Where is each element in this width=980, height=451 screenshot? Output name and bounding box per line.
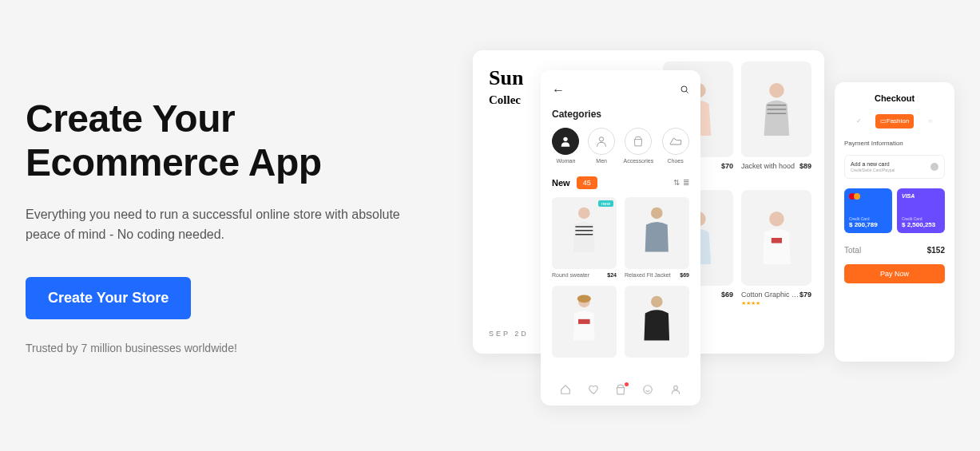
new-count-badge: 45 [577,176,597,189]
product-card[interactable]: Relaxed Fit Jacket$69 [625,197,689,278]
svg-point-5 [681,86,687,92]
svg-point-6 [564,136,568,140]
categories-heading: Categories [552,109,689,120]
svg-point-15 [673,386,677,390]
home-icon[interactable] [560,384,571,398]
product-name: Round sweater [552,272,589,278]
svg-rect-4 [771,238,781,243]
hero-subtitle: Everything you need to run a successful … [26,204,425,245]
pay-now-button[interactable]: Pay Now [844,264,945,283]
user-icon[interactable] [670,384,681,398]
mastercard-icon [849,193,887,200]
add-card-input[interactable]: Add a new card Credit/Debit Card/Paypal [844,155,945,179]
product-price: $24 [607,272,617,278]
card-amount: $ 200,789 [849,221,887,228]
trusted-text: Trusted by 7 million businesses worldwid… [26,342,441,354]
product-name: Relaxed Fit Jacket [625,272,671,278]
category-label: Accessories [624,158,654,164]
product-price: $89 [799,162,811,170]
category-item[interactable]: Choes [661,128,689,164]
card-amount: $ 2,500,253 [902,221,940,228]
add-card-sub: Credit/Debit Card/Paypal [851,168,895,172]
product-price: $79 [799,291,811,299]
back-icon[interactable]: ← [552,83,565,97]
create-store-button[interactable]: Create Your Store [26,277,191,319]
svg-point-11 [577,295,591,303]
product-card[interactable]: Jacket with hood$89 [741,61,811,170]
svg-rect-12 [578,319,590,324]
total-label: Total [844,246,861,255]
filter-icon[interactable]: ≣ [683,178,689,187]
svg-point-8 [578,208,590,220]
payment-card[interactable]: VISA Credit Card $ 2,500,253 [897,188,945,233]
checkout-tab[interactable]: ○ [919,114,942,129]
checkout-tab[interactable]: ✓ [847,114,871,129]
svg-point-1 [769,83,784,97]
payment-card[interactable]: Credit Card $ 200,789 [844,188,892,233]
search-icon[interactable] [680,83,689,97]
collection-date: SEP 2D [489,330,529,338]
total-value: $152 [927,246,945,255]
category-label: Woman [552,158,580,164]
product-price: $69 [680,272,689,278]
checkout-title: Checkout [844,93,945,103]
category-label: Men [588,158,616,164]
product-price: $69 [721,291,733,299]
heart-icon[interactable] [588,384,599,398]
new-label: New [552,178,570,188]
product-card[interactable]: Cotton Graphic Tee$79 ★★★★ [741,190,811,307]
checkout-preview-panel: Checkout ✓ ▭ Fashion ○ Payment Informati… [835,82,954,362]
sort-icon[interactable]: ⇅ [673,178,680,187]
product-name: Cotton Graphic Tee [741,291,799,299]
category-item[interactable]: Men [588,128,616,164]
svg-point-14 [644,385,653,394]
svg-point-3 [769,212,784,226]
smile-icon[interactable] [642,384,653,398]
payment-info-heading: Payment Information [844,140,945,147]
category-item[interactable]: Woman [552,128,580,164]
category-item[interactable]: Accessories [624,128,654,164]
add-card-label: Add a new card [851,161,895,167]
visa-icon: VISA [902,193,940,199]
product-card[interactable] [552,286,617,358]
product-card[interactable] [625,286,689,358]
product-price: $70 [721,162,733,170]
mobile-app-preview-panel: ← Categories Woman Men Accessories [541,70,700,406]
product-name: Jacket with hood [741,162,799,170]
new-tag: new [598,200,613,207]
cart-icon[interactable] [615,384,626,398]
svg-point-7 [599,136,603,140]
rating-stars: ★★★★ [741,300,811,307]
checkout-tab-active[interactable]: ▭ Fashion [875,114,914,129]
svg-point-9 [651,208,663,220]
hero-title: Create Your Ecommerce App [26,97,441,184]
category-label: Choes [661,158,689,164]
product-card[interactable]: new Round sweater$24 [552,197,617,278]
add-icon[interactable] [930,163,938,171]
svg-point-13 [651,296,663,308]
